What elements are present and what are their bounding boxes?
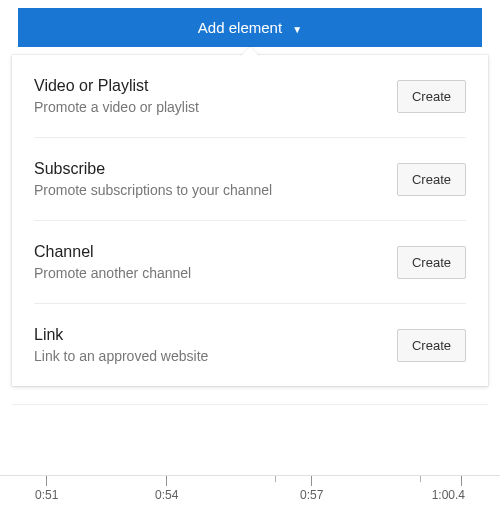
option-desc: Promote subscriptions to your channel xyxy=(34,182,272,198)
option-title: Link xyxy=(34,326,208,344)
tick-label: 0:57 xyxy=(300,488,323,502)
option-link: Link Link to an approved website Create xyxy=(34,304,466,386)
timeline-tick xyxy=(275,476,276,482)
option-text: Video or Playlist Promote a video or pla… xyxy=(34,77,199,115)
option-channel: Channel Promote another channel Create xyxy=(34,221,466,304)
option-title: Subscribe xyxy=(34,160,272,178)
timeline[interactable]: 0:510:540:571:00.4 xyxy=(0,475,500,517)
option-text: Subscribe Promote subscriptions to your … xyxy=(34,160,272,198)
add-element-button[interactable]: Add element ▼ xyxy=(18,8,482,47)
option-title: Channel xyxy=(34,243,191,261)
option-desc: Link to an approved website xyxy=(34,348,208,364)
add-element-label: Add element xyxy=(198,19,282,36)
create-button-subscribe[interactable]: Create xyxy=(397,163,466,196)
tick-label: 0:54 xyxy=(155,488,178,502)
timeline-tick: 0:54 xyxy=(155,476,178,502)
add-element-dropdown: Video or Playlist Promote a video or pla… xyxy=(12,55,488,386)
option-text: Channel Promote another channel xyxy=(34,243,191,281)
option-subscribe: Subscribe Promote subscriptions to your … xyxy=(34,138,466,221)
chevron-down-icon: ▼ xyxy=(292,24,302,35)
timeline-tick: 0:51 xyxy=(35,476,58,502)
option-text: Link Link to an approved website xyxy=(34,326,208,364)
create-button-video-or-playlist[interactable]: Create xyxy=(397,80,466,113)
create-button-channel[interactable]: Create xyxy=(397,246,466,279)
option-title: Video or Playlist xyxy=(34,77,199,95)
separator xyxy=(12,404,488,405)
timeline-tick: 0:57 xyxy=(300,476,323,502)
option-desc: Promote a video or playlist xyxy=(34,99,199,115)
timeline-tick xyxy=(420,476,421,482)
timeline-tick: 1:00.4 xyxy=(445,476,478,502)
option-video-or-playlist: Video or Playlist Promote a video or pla… xyxy=(34,55,466,138)
tick-label: 0:51 xyxy=(35,488,58,502)
create-button-link[interactable]: Create xyxy=(397,329,466,362)
tick-label: 1:00.4 xyxy=(432,488,465,502)
option-desc: Promote another channel xyxy=(34,265,191,281)
dropdown-arrow xyxy=(240,47,260,57)
